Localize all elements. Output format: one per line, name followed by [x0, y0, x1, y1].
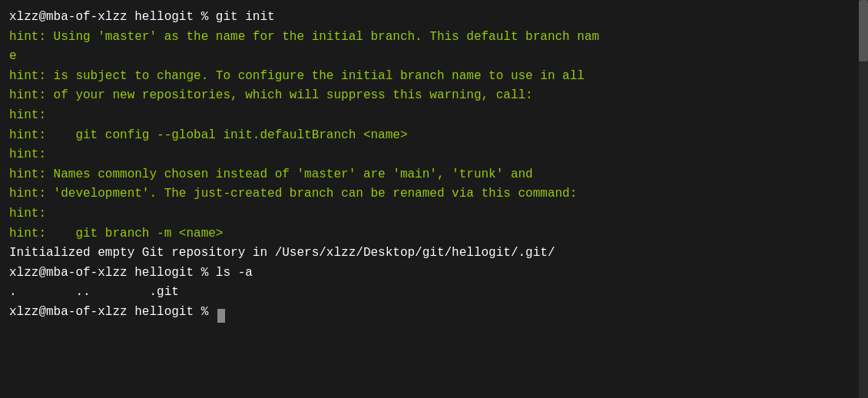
line-2: hint: Using 'master' as the name for the…: [9, 28, 859, 48]
terminal-window[interactable]: xlzz@mba-of-xlzz hellogit % git inithint…: [0, 0, 868, 398]
line-10: hint: 'development'. The just-created br…: [9, 184, 859, 204]
line-14: xlzz@mba-of-xlzz hellogit % ls -a: [9, 264, 859, 284]
line-9: hint: Names commonly chosen instead of '…: [9, 165, 859, 185]
line-8: hint:: [9, 145, 859, 165]
line-5: hint: of your new repositories, which wi…: [9, 86, 859, 106]
line-12: hint: git branch -m <name>: [9, 224, 859, 244]
terminal-output: xlzz@mba-of-xlzz hellogit % git inithint…: [9, 8, 859, 323]
line-3: e: [9, 47, 859, 67]
line-6: hint:: [9, 106, 859, 126]
line-13: Initialized empty Git repository in /Use…: [9, 244, 859, 264]
line-1: xlzz@mba-of-xlzz hellogit % git init: [9, 8, 859, 28]
line-4: hint: is subject to change. To configure…: [9, 67, 859, 87]
line-15: . .. .git: [9, 283, 859, 303]
line-16: xlzz@mba-of-xlzz hellogit %: [9, 303, 859, 323]
terminal-cursor: [217, 309, 225, 323]
line-11: hint:: [9, 204, 859, 224]
scrollbar-thumb[interactable]: [859, 0, 868, 61]
line-7: hint: git config --global init.defaultBr…: [9, 126, 859, 146]
scrollbar[interactable]: [859, 0, 868, 398]
